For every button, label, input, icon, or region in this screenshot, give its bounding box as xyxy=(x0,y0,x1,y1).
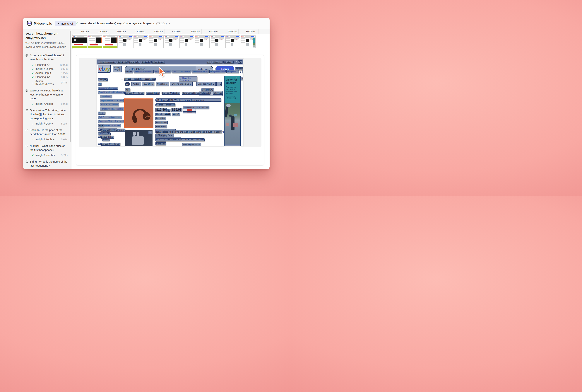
timeline-tick: 24000ms xyxy=(109,29,128,34)
step-item[interactable]: Boolean - Is the price of the headphones… xyxy=(25,128,69,142)
screenshot-thumbnail[interactable]: ebay xyxy=(133,36,148,48)
category-link: Replacement Parts & Tools xyxy=(100,99,124,102)
watchlist-heart-icon: ♡ xyxy=(148,130,152,134)
screenshot-thumbnail[interactable]: ebay xyxy=(195,36,210,48)
substep-row[interactable]: ✓Planning10.93s xyxy=(25,63,69,67)
type-chip: Ear-Pad (On the Ear xyxy=(162,92,180,94)
substep-name: Action / Input xyxy=(35,72,51,74)
results-bar: 250,000+ results forHeadphones ♡ Save th… xyxy=(124,77,223,80)
step-text: String - What is the name of the first h… xyxy=(30,160,69,168)
step-label[interactable]: WaitFor - waitFor: there is at least one… xyxy=(25,89,69,101)
midscene-report-window: Midscene.js Replay All ✓ search-headphon… xyxy=(23,18,270,169)
substep-row[interactable]: ✓Action / Input1.27s xyxy=(25,71,69,75)
bell-icon xyxy=(235,60,237,64)
connectivity-chip-row: Bluetooth3.5mm Ja xyxy=(201,92,223,94)
substep-row[interactable]: ✓Insight / Locate0.58s xyxy=(25,67,69,71)
step-text: Action - type "Headphones" in search box… xyxy=(30,54,69,62)
category-item: Headphones xyxy=(100,94,126,98)
screenshot-thumbnail[interactable]: ebay xyxy=(72,36,87,48)
substep-row[interactable]: ✓Insight / Query8.24s xyxy=(25,122,69,126)
topnav-link: My eBay ∨ xyxy=(223,60,234,63)
screenshot-thumbnail[interactable]: ebay xyxy=(118,36,133,48)
step-text: Query - {itemTitle: string, price: Numbe… xyxy=(30,108,69,120)
chevron-down-icon: ∨ xyxy=(169,22,170,24)
step-label[interactable]: String - What is the name of the first h… xyxy=(25,160,69,168)
screenshot-thumbnail[interactable]: ebay xyxy=(241,36,256,48)
sidebar: search-headphone-on-ebay(retry-#2) v0.17… xyxy=(23,29,71,169)
substep-duration: 8.89s xyxy=(61,76,67,78)
substep-row[interactable]: ✓Insight / Number5.71s xyxy=(25,153,69,157)
substep-name: Insight / Boolean xyxy=(35,138,55,141)
type-filter-row: Canal Earbud (In Ear Canal)10,934 xyxy=(98,128,126,134)
results-count: 250,000 xyxy=(124,78,132,80)
substep-name: Insight / Number xyxy=(35,154,55,157)
timeline-tick: 48000ms xyxy=(165,29,183,34)
topnav-link: Help & Contact xyxy=(151,60,165,63)
category-link: All xyxy=(98,82,102,86)
step-item[interactable]: String - What is the name of the first h… xyxy=(25,160,69,169)
substep-list: ✓Insight / Boolean5.69s xyxy=(25,138,69,142)
substep-row[interactable]: ✓Insight / Boolean5.69s xyxy=(25,138,69,142)
timeline-tick: 80000ms xyxy=(239,29,257,34)
substep-list: ✓Insight / Assert8.92s xyxy=(25,102,69,106)
screenshot-thumbnail[interactable]: ebay xyxy=(210,36,225,48)
main-content: 8000ms16000ms24000ms32000ms40000ms48000m… xyxy=(72,29,270,169)
substep-duration: 8.24s xyxy=(61,122,67,125)
annotation-box xyxy=(224,144,240,146)
screenshot-thumbnail[interactable]: ebay xyxy=(225,36,240,48)
category-item: Consumer Electronics xyxy=(98,86,126,90)
step-label[interactable]: Query - {itemTitle: string, price: Numbe… xyxy=(25,108,69,120)
substep-row[interactable]: ✓Insight / Assert8.92s xyxy=(25,102,69,106)
screenshot-thumbnail[interactable]: ebay xyxy=(179,36,194,48)
substep-row[interactable]: ✓Action / KeyboardPress0.74s xyxy=(25,79,69,86)
step-item[interactable]: Query - {itemTitle: string, price: Numbe… xyxy=(25,108,69,126)
collapse-icon: – xyxy=(121,78,123,80)
step-item[interactable]: Action - type "Headphones" in search box… xyxy=(25,54,69,86)
sidebar-scrollbar[interactable] xyxy=(70,31,71,142)
camera-icon xyxy=(47,63,50,66)
ad-photo xyxy=(224,103,240,145)
timeline-tick: 72000ms xyxy=(220,29,239,34)
screenshot-thumbnail[interactable]: ebay xyxy=(87,36,102,48)
listing1-condition: Certified - Refurbished xyxy=(155,104,175,106)
replay-all-button[interactable]: Replay All xyxy=(55,21,76,26)
window-header: Midscene.js Replay All ✓ search-headphon… xyxy=(23,18,270,29)
step-label[interactable]: Boolean - Is the price of the headphones… xyxy=(25,128,69,136)
topnav-link: Daily Deals xyxy=(117,60,127,63)
category-link: Computers/Tablets & Networking xyxy=(98,120,127,123)
substep-row[interactable]: ✓Planning8.89s xyxy=(25,75,69,79)
type-chip: Ear-Cup (Over the Ear xyxy=(124,92,144,94)
step-item[interactable]: Number - What is the price of the first … xyxy=(25,144,69,158)
timeline-tick: 32000ms xyxy=(128,29,146,34)
listing1-free-delivery: Free delivery xyxy=(155,121,168,124)
screenshot-thumbnail[interactable]: ebay xyxy=(149,36,164,48)
connectivity-chip: 3.5mm Ja xyxy=(213,92,223,94)
test-title-dropdown[interactable]: ✓ search-headphone-on-ebay(retry-#2) - e… xyxy=(76,22,170,25)
filter-auction: Auction xyxy=(131,82,141,86)
category-link: iPods & MP3 Players xyxy=(100,103,119,106)
type-chip: Earbud (In Ear xyxy=(146,92,160,94)
substep-duration: 5.71s xyxy=(61,154,67,157)
step-item[interactable]: WaitFor - waitFor: there is at least one… xyxy=(25,89,69,106)
play-icon xyxy=(58,23,59,24)
listing2-image: ♡ xyxy=(125,130,152,146)
step-label[interactable]: Action - type "Headphones" in search box… xyxy=(25,54,69,62)
check-icon: ✓ xyxy=(32,81,34,84)
timeline-tick: 16000ms xyxy=(91,29,109,34)
type-filter-label: Canal Earbud (In Ear Canal) xyxy=(100,128,125,132)
screenshot-thumbnail[interactable]: ebay xyxy=(103,36,118,48)
advanced-link: Advanced xyxy=(235,68,243,70)
category-link: Portable Audio Accessories xyxy=(100,108,124,110)
listing1-seller: harmanaudio (252,958) 97.9% xyxy=(183,106,209,109)
ebay-topnav: Hi! Sign In or registerDaily DealsBrand … xyxy=(96,60,243,64)
step-label[interactable]: Number - What is the price of the first … xyxy=(25,144,69,152)
type-facet-label: Type xyxy=(125,88,130,92)
cart-icon xyxy=(238,60,242,64)
search-icon xyxy=(128,68,129,70)
screenshot-thumbnail[interactable]: ebay xyxy=(164,36,179,48)
related-chip: headphones beats xyxy=(192,70,208,73)
related-searches: Related:headphones bluetoothheadphones w… xyxy=(125,70,243,73)
filter-condition: Condition ∨ xyxy=(156,82,169,86)
substep-row[interactable]: ✓Insight / String6.65s xyxy=(25,169,69,169)
test-duration: (79.20s) xyxy=(156,22,167,25)
